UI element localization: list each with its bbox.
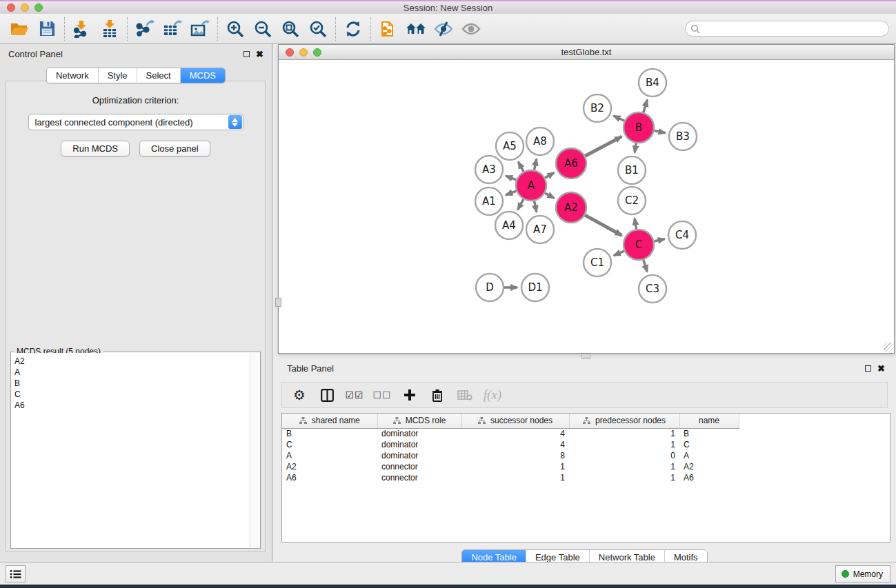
- function-builder-button[interactable]: f(x): [482, 385, 503, 405]
- open-file-button[interactable]: [6, 17, 33, 41]
- search-input[interactable]: [700, 23, 888, 35]
- table-cell[interactable]: 1: [569, 472, 679, 483]
- delete-column-button[interactable]: [427, 385, 448, 405]
- window-resize-grip[interactable]: [884, 343, 893, 352]
- table-cell[interactable]: A2: [679, 461, 739, 472]
- column-header-successor-nodes[interactable]: successor nodes: [461, 414, 569, 428]
- select-all-button[interactable]: ☑☑: [344, 385, 365, 405]
- edge-A-A3[interactable]: [506, 176, 516, 180]
- import-network-button[interactable]: [68, 17, 96, 41]
- hide-graphics-details-button[interactable]: [430, 17, 457, 41]
- result-list-item[interactable]: A2: [14, 356, 250, 367]
- edge-A-A4[interactable]: [518, 199, 524, 210]
- tab-style[interactable]: Style: [98, 68, 137, 83]
- table-row[interactable]: Adominator80A: [282, 450, 739, 461]
- tab-network[interactable]: Network: [47, 68, 98, 83]
- float-panel-icon[interactable]: [243, 51, 250, 57]
- edge-A-A6[interactable]: [545, 173, 554, 178]
- edge-C-C2[interactable]: [635, 219, 636, 230]
- table-cell[interactable]: connector: [377, 472, 461, 483]
- float-table-panel-icon[interactable]: [865, 365, 871, 372]
- result-list-item[interactable]: A: [14, 367, 250, 378]
- network-graph[interactable]: B4B2BB3A8A5A6B1A3AC2A1A2A4A7C4CC1C3DD1: [279, 61, 894, 353]
- close-panel-button[interactable]: Close panel: [139, 141, 210, 156]
- table-cell[interactable]: 4: [461, 428, 569, 439]
- edge-B-B2[interactable]: [614, 116, 625, 121]
- home-view-button[interactable]: [402, 17, 430, 41]
- edge-C-C3[interactable]: [644, 260, 647, 272]
- run-mcds-button[interactable]: Run MCDS: [61, 141, 130, 156]
- export-network-button[interactable]: [131, 17, 159, 41]
- show-panels-button[interactable]: [6, 565, 26, 582]
- edge-A-A5[interactable]: [518, 162, 524, 172]
- table-cell[interactable]: A: [282, 450, 377, 461]
- result-scrollbar[interactable]: [250, 353, 259, 547]
- deselect-all-button[interactable]: ☐☐: [372, 385, 392, 405]
- column-header-MCDS-role[interactable]: MCDS role: [377, 414, 461, 428]
- table-row[interactable]: A6connector11A6: [282, 472, 739, 483]
- zoom-window-button[interactable]: [34, 3, 43, 12]
- zoom-out-button[interactable]: [249, 17, 277, 41]
- column-header-name[interactable]: name: [679, 414, 739, 428]
- table-settings-button[interactable]: ⚙: [289, 385, 310, 405]
- network-close-button[interactable]: [286, 48, 294, 57]
- mcds-result-list[interactable]: A2ABCA6: [12, 353, 250, 547]
- save-session-button[interactable]: [33, 17, 61, 41]
- delete-table-button[interactable]: [455, 385, 475, 405]
- show-graphics-details-button[interactable]: [457, 17, 485, 41]
- split-view-button[interactable]: [317, 385, 337, 405]
- edge-C-C4[interactable]: [654, 239, 664, 241]
- refresh-button[interactable]: [339, 17, 367, 41]
- table-cell[interactable]: dominator: [377, 450, 461, 461]
- table-cell[interactable]: connector: [377, 461, 461, 472]
- table-cell[interactable]: 8: [461, 450, 569, 461]
- new-network-from-file-button[interactable]: [375, 17, 402, 41]
- export-image-button[interactable]: [186, 17, 214, 41]
- toolbar-search-field[interactable]: [685, 21, 889, 37]
- zoom-selected-button[interactable]: [304, 17, 332, 41]
- table-cell[interactable]: 0: [569, 450, 679, 461]
- close-panel-icon[interactable]: ✖: [256, 51, 263, 57]
- splitter-handle[interactable]: [275, 298, 281, 307]
- column-header-shared-name[interactable]: shared name: [282, 414, 377, 428]
- edge-B-B1[interactable]: [635, 143, 636, 153]
- table-row[interactable]: A2connector11A2: [282, 461, 739, 472]
- edge-A-A8[interactable]: [535, 159, 537, 170]
- zoom-fit-button[interactable]: [277, 17, 304, 41]
- result-list-item[interactable]: A6: [14, 400, 250, 411]
- edge-A2-C[interactable]: [585, 215, 621, 235]
- import-table-button[interactable]: [96, 17, 123, 41]
- edge-A-A7[interactable]: [535, 201, 537, 212]
- add-column-button[interactable]: [399, 385, 420, 405]
- table-cell[interactable]: A2: [282, 461, 377, 472]
- tab-select[interactable]: Select: [137, 68, 180, 83]
- table-cell[interactable]: 1: [569, 461, 679, 472]
- table-cell[interactable]: B: [679, 428, 739, 439]
- network-canvas[interactable]: B4B2BB3A8A5A6B1A3AC2A1A2A4A7C4CC1C3DD1: [279, 61, 894, 353]
- close-table-panel-icon[interactable]: ✖: [877, 365, 885, 372]
- table-cell[interactable]: 1: [461, 461, 569, 472]
- table-cell[interactable]: 1: [461, 472, 569, 483]
- table-cell[interactable]: dominator: [377, 439, 461, 450]
- result-list-item[interactable]: C: [14, 389, 250, 400]
- edge-A-A2[interactable]: [545, 193, 554, 198]
- table-cell[interactable]: C: [282, 439, 377, 450]
- table-cell[interactable]: 1: [569, 439, 679, 450]
- table-cell[interactable]: C: [679, 439, 739, 450]
- network-zoom-button[interactable]: [313, 48, 321, 57]
- table-row[interactable]: Bdominator41B: [282, 428, 739, 439]
- export-table-button[interactable]: [159, 17, 186, 41]
- table-cell[interactable]: dominator: [377, 428, 461, 439]
- tab-mcds[interactable]: MCDS: [180, 68, 225, 83]
- table-cell[interactable]: A6: [679, 472, 739, 483]
- table-cell[interactable]: B: [282, 428, 377, 439]
- edge-A-A1[interactable]: [506, 191, 516, 195]
- edge-B-B4[interactable]: [644, 100, 648, 112]
- minimize-window-button[interactable]: [21, 3, 29, 12]
- table-cell[interactable]: 1: [569, 428, 679, 439]
- column-header-predecessor-nodes[interactable]: predecessor nodes: [569, 414, 679, 428]
- edge-C-C1[interactable]: [614, 251, 624, 256]
- zoom-in-button[interactable]: [221, 17, 249, 41]
- network-minimize-button[interactable]: [299, 48, 308, 57]
- edge-A6-B[interactable]: [585, 136, 621, 156]
